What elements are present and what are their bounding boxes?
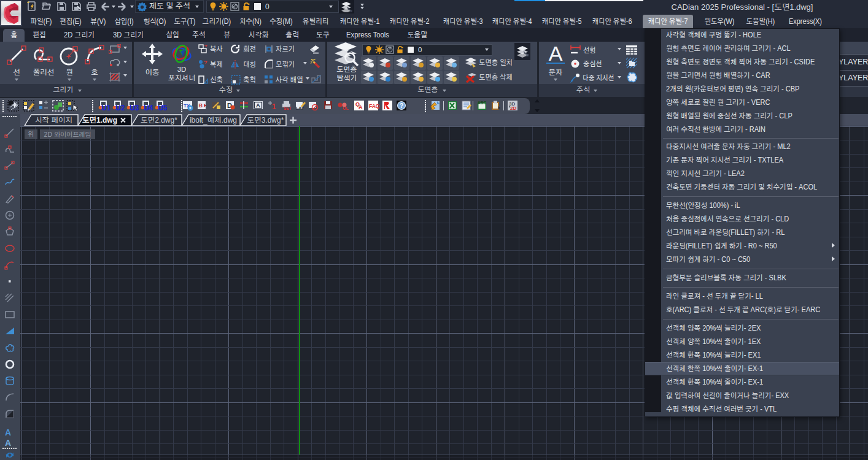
svg-text:U3: U3 [130, 104, 139, 112]
svg-text:A: A [549, 43, 563, 65]
svg-text:ibolt_예제.dwg: ibolt_예제.dwg [190, 117, 237, 125]
svg-text:A: A [256, 102, 260, 109]
svg-text:ABC: ABC [478, 101, 486, 105]
svg-text:도면2.dwg*: 도면2.dwg* [141, 117, 177, 125]
svg-text:도면3.dwg*: 도면3.dwg* [247, 117, 284, 125]
svg-text:OL: OL [343, 106, 349, 110]
svg-text:U4: U4 [144, 104, 153, 112]
svg-text:B: B [199, 102, 203, 109]
svg-text:?: ? [400, 102, 403, 109]
svg-text:SET: SET [284, 106, 292, 110]
svg-text:도면1.dwg: 도면1.dwg [82, 116, 117, 125]
svg-text:2D: 2D [510, 105, 516, 111]
svg-text:시작 페이지: 시작 페이지 [35, 117, 72, 124]
svg-text:LAY: LAY [296, 106, 304, 110]
svg-text:U1: U1 [101, 104, 110, 112]
svg-text:U2: U2 [115, 104, 125, 112]
svg-text:FAQ: FAQ [369, 103, 380, 109]
svg-text:1: 1 [272, 102, 276, 111]
svg-text:U5: U5 [158, 104, 167, 112]
